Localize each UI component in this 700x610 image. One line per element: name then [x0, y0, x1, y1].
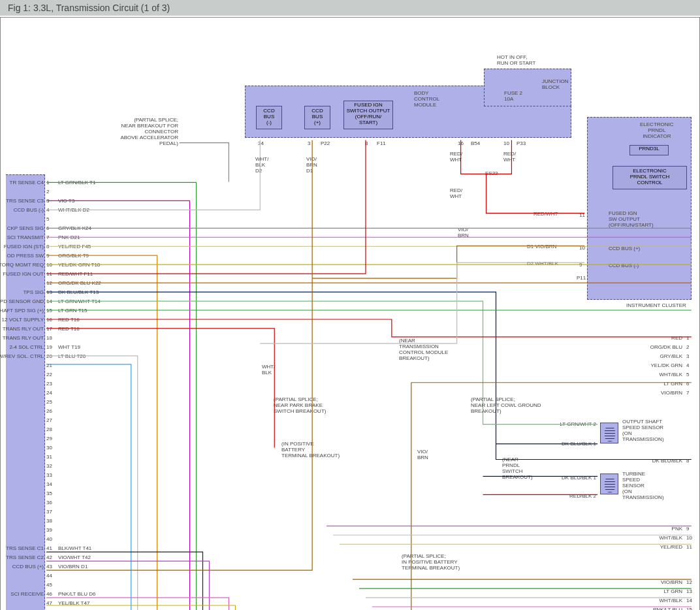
pcm-pin-num: 37: [46, 509, 52, 515]
pcm-wire-color: RED T16: [58, 317, 80, 323]
bcm-pin-b54: B54: [471, 140, 480, 146]
wl-red-wht-b: RED/ WHT: [503, 151, 516, 163]
note-cowl: (PARTIAL SPLICE; NEAR LEFT COWL GROUND B…: [471, 396, 541, 414]
pcm-pin-num: 14: [46, 298, 52, 304]
cluster-pin-10: 10: [579, 245, 585, 251]
bcm-pin-p33: P33: [517, 140, 526, 146]
pcm-wire-color: VIO/BRN D1: [58, 564, 88, 570]
pcm-pin-num: 47: [46, 600, 52, 606]
pcm-wire-color: RED/WHT F11: [58, 271, 93, 277]
right-wire: DK BLU/BLK: [624, 458, 682, 464]
cluster-ccd-neg: CCD BUS (-): [609, 263, 639, 268]
pcm-signal: 12 VOLT SUPPLY: [0, 317, 44, 323]
pcm-pin-num: 2: [46, 189, 49, 195]
bcm-fused-ign: FUSED IGN SWITCH OUTPUT (OFF/RUN/ START): [343, 101, 393, 129]
pcm-pin-num: 33: [46, 472, 52, 478]
pcm-pin-num: 29: [46, 436, 52, 441]
junction-block-box: JUNCTION BLOCK FUSE 2 10A: [484, 69, 571, 106]
right-wire: LT GRN: [624, 588, 682, 594]
pcm-pin-num: 6: [46, 225, 49, 231]
pcm-wire-color: ORG/BLK T9: [58, 253, 89, 259]
sensor-wire-2: DK BLU/BLK 1: [543, 441, 596, 447]
right-pin-num: 9: [686, 526, 689, 532]
pcm-pin-num: 11: [46, 271, 52, 277]
pcm-wire-color: PNK D21: [58, 234, 80, 240]
pcm-pin-num: 18: [46, 335, 52, 341]
right-pin-num: 2: [686, 344, 689, 350]
pcm-pin-num: 16: [46, 317, 52, 323]
pcm-pin-num: 30: [46, 445, 52, 451]
right-wire: WHT/BLK: [624, 372, 682, 377]
right-pin-num: 7: [686, 390, 689, 396]
pcm-pin-num: 40: [46, 536, 52, 542]
pcm-pin-num: 3: [46, 198, 49, 204]
right-wire: WHT/BLK: [624, 535, 682, 541]
pcm-pin-num: 4: [46, 207, 49, 213]
note-tcm: (NEAR TRANSMISSION CONTROL MODULE BREAKO…: [399, 338, 448, 361]
pcm-pin-num: 27: [46, 417, 52, 423]
pcm-signal: TRS SENSE C2: [0, 554, 44, 560]
right-wire: PNK/LT BLU: [624, 607, 682, 610]
pcm-pin-num: 26: [46, 408, 52, 414]
right-wire: YEL/RED: [624, 544, 682, 550]
right-wire: GRY/BLK: [624, 353, 682, 359]
pcm-pin-num: 34: [46, 481, 52, 487]
pcm-pin-num: 10: [46, 262, 52, 268]
output-shaft-sensor-icon: [600, 423, 618, 443]
note-accel: (PARTIAL SPLICE; NEAR BREAKOUT FOR CONNE…: [93, 117, 178, 146]
pcm-pin-num: 23: [46, 381, 52, 387]
pcm-pin-num: 42: [46, 554, 52, 560]
pcm-wire-color: ORG/DK BLU K22: [58, 280, 101, 286]
prndl-text: PRND3L: [629, 145, 669, 155]
wl-red-wht-11: RED/WHT: [533, 211, 558, 217]
wl-es22: ES22: [485, 170, 498, 176]
pcm-wire-color: RED T16: [58, 326, 80, 332]
pcm-signal: FUSED IGN OUT: [0, 271, 44, 277]
right-pin-num: 13: [686, 588, 692, 594]
right-wire: LT GRN: [624, 381, 682, 387]
pcm-pin-num: 9: [46, 253, 49, 259]
instrument-cluster-box: ELECTRONIC PRNDL INDICATOR PRND3L ELECTR…: [587, 117, 692, 300]
bcm-pin-34: 34: [258, 140, 264, 146]
pcm-wire-color: YEL/RED F45: [58, 244, 91, 249]
pcm-pin-num: 32: [46, 463, 52, 469]
pcm-pin-num: 7: [46, 234, 49, 240]
wl-d2-whtblk: D2 WHT/BLK: [527, 261, 558, 266]
turbine-label: TURBINE SPEED SENSOR (ON TRANSMISSION): [622, 471, 664, 500]
pcm-signal: CCD BUS (+): [0, 564, 44, 570]
pcm-wire-color: BLK/WHT T41: [58, 545, 91, 551]
pcm-wire-color: DK BLU/BLK T13: [58, 289, 99, 295]
right-wire: YEL/DK GRN: [624, 362, 682, 368]
right-pin-num: 10: [686, 535, 692, 541]
pcm-signal: TRANS RLY OUT: [0, 326, 44, 332]
wl-vio-brn: VIO/ BRN: [458, 227, 469, 238]
bcm-pin-16: 16: [458, 140, 464, 146]
pcm-signal: TR SENSE C4: [0, 180, 44, 185]
pcm-pin-num: 44: [46, 573, 52, 579]
pcm-pin-num: 38: [46, 518, 52, 524]
sensor-wire-4: RED/BLK 2: [543, 493, 596, 499]
pcm-pin-num: 31: [46, 454, 52, 460]
pcm-signal: TRS SENSE C1: [0, 545, 44, 551]
right-pin-num: 6: [686, 381, 689, 387]
pcm-wire-color: LT GRN/WHT T14: [58, 298, 101, 304]
cluster-pin-p11: P11: [577, 275, 586, 281]
pcm-wire-color: VIO T3: [58, 198, 74, 204]
pcm-wire-color: WHT T19: [58, 344, 80, 350]
cluster-pin-11: 11: [579, 212, 585, 218]
pcm-signal: SCI TRANSMIT: [0, 234, 44, 240]
right-wire: RED: [624, 335, 682, 341]
pcm-pin-num: 5: [46, 216, 49, 222]
bcm-pin-8: 8: [365, 140, 368, 146]
pcm-wire-color: LT BLU T20: [58, 353, 86, 359]
bcm-ccd-neg: CCD BUS (-): [256, 106, 282, 129]
pcm-pin-num: 22: [46, 372, 52, 377]
figure-title: Fig 1: 3.3L, Transmission Circuit (1 of …: [8, 3, 170, 13]
wl-vio-brn2: VIO/ BRN: [417, 449, 428, 460]
right-pin-num: 14: [686, 598, 692, 603]
right-pin-num: 1: [686, 335, 689, 341]
wiring-diagram: BODY CONTROL MODULE CCD BUS (-) CCD BUS …: [0, 17, 700, 610]
pcm-pin-num: 45: [46, 582, 52, 588]
pcm-pin-num: 12: [46, 280, 52, 286]
pcm-wire-color: VIO/WHT T42: [58, 554, 91, 560]
